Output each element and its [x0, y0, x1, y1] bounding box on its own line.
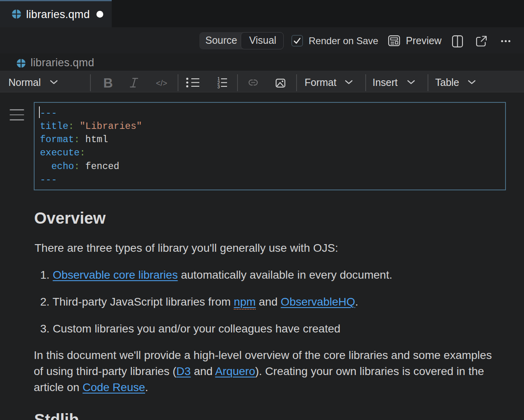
svg-text:3: 3 — [217, 84, 220, 89]
